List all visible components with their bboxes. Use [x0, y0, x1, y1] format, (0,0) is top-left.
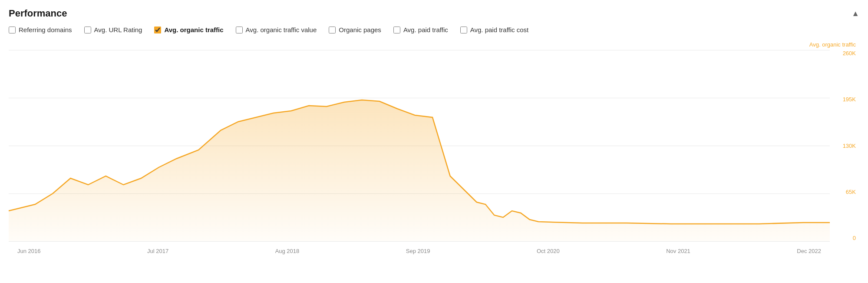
- checkbox-input-avg-paid-traffic[interactable]: [393, 27, 400, 33]
- checkbox-label-avg-url-rating: Avg. URL Rating: [94, 26, 142, 33]
- checkbox-label-avg-paid-traffic: Avg. paid traffic: [403, 26, 448, 33]
- performance-widget: Performance ▲ Referring domainsAvg. URL …: [0, 0, 868, 283]
- grid-line-5: [9, 241, 830, 242]
- checkbox-avg-organic-traffic[interactable]: Avg. organic traffic: [154, 26, 223, 33]
- checkbox-input-avg-paid-traffic-cost[interactable]: [460, 27, 467, 33]
- checkbox-label-avg-organic-traffic-value: Avg. organic traffic value: [246, 26, 317, 33]
- checkbox-avg-organic-traffic-value[interactable]: Avg. organic traffic value: [236, 26, 317, 33]
- y-label-0: 0: [853, 235, 856, 241]
- x-label-jul2017: Jul 2017: [147, 248, 168, 254]
- widget-title: Performance: [9, 8, 67, 19]
- checkbox-organic-pages[interactable]: Organic pages: [329, 26, 381, 33]
- x-label-nov2021: Nov 2021: [666, 248, 690, 254]
- checkbox-input-avg-url-rating[interactable]: [84, 27, 91, 33]
- y-axis: 260K 195K 130K 65K 0: [833, 50, 859, 241]
- x-label-sep2019: Sep 2019: [406, 248, 430, 254]
- x-label-oct2020: Oct 2020: [537, 248, 560, 254]
- checkbox-input-referring-domains[interactable]: [9, 27, 16, 33]
- checkbox-label-avg-paid-traffic-cost: Avg. paid traffic cost: [470, 26, 529, 33]
- y-label-65k: 65K: [846, 189, 856, 195]
- checkbox-avg-paid-traffic-cost[interactable]: Avg. paid traffic cost: [460, 26, 529, 33]
- x-label-jun2016: Jun 2016: [17, 248, 41, 254]
- checkbox-label-organic-pages: Organic pages: [339, 26, 381, 33]
- chart-area: Avg. organic traffic: [9, 41, 859, 254]
- series-label: Avg. organic traffic: [809, 41, 856, 48]
- x-axis: Jun 2016 Jul 2017 Aug 2018 Sep 2019 Oct …: [9, 248, 830, 254]
- checkbox-avg-paid-traffic[interactable]: Avg. paid traffic: [393, 26, 448, 33]
- checkbox-referring-domains[interactable]: Referring domains: [9, 26, 72, 33]
- collapse-icon[interactable]: ▲: [851, 9, 859, 18]
- y-label-260k: 260K: [843, 50, 856, 57]
- y-label-130k: 130K: [843, 143, 856, 149]
- checkbox-label-avg-organic-traffic: Avg. organic traffic: [164, 26, 223, 33]
- chart-svg: [9, 50, 830, 241]
- chart-inner: [9, 50, 830, 241]
- x-label-dec2022: Dec 2022: [797, 248, 821, 254]
- checkbox-input-avg-organic-traffic[interactable]: [154, 27, 161, 33]
- area-fill: [9, 100, 830, 241]
- checkboxes-row: Referring domainsAvg. URL RatingAvg. org…: [9, 26, 859, 33]
- checkbox-input-organic-pages[interactable]: [329, 27, 336, 33]
- y-label-195k: 195K: [843, 96, 856, 103]
- checkbox-label-referring-domains: Referring domains: [19, 26, 72, 33]
- checkbox-avg-url-rating[interactable]: Avg. URL Rating: [84, 26, 142, 33]
- checkbox-input-avg-organic-traffic-value[interactable]: [236, 27, 243, 33]
- header-row: Performance ▲: [9, 8, 859, 19]
- x-label-aug2018: Aug 2018: [275, 248, 300, 254]
